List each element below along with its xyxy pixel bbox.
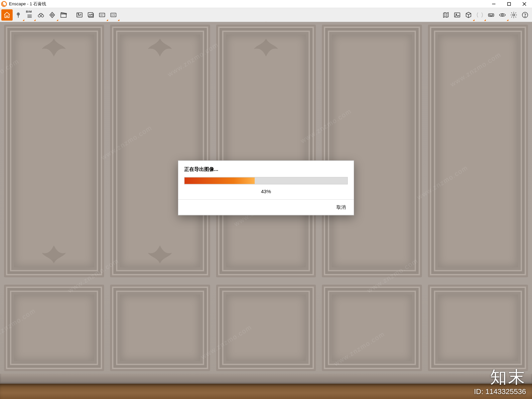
export-progress-dialog: 正在导出图像... 43% 取消 [178, 160, 354, 215]
wall-panel [4, 285, 104, 371]
render-viewport[interactable]: www.znzmo.com www.znzmo.com www.znzmo.co… [0, 22, 532, 399]
screenshot-icon[interactable] [74, 9, 85, 21]
dialog-title: 正在导出图像... [184, 166, 348, 172]
settings-icon[interactable] [508, 9, 519, 21]
svg-point-27 [501, 14, 503, 16]
batch-render-icon[interactable] [85, 9, 96, 21]
svg-point-11 [41, 15, 44, 17]
help-icon[interactable] [519, 9, 531, 21]
wall-panel [110, 25, 210, 277]
wall-panel [322, 25, 422, 277]
svg-point-10 [38, 15, 41, 17]
cancel-button[interactable]: 取消 [334, 203, 348, 211]
svg-rect-24 [488, 14, 494, 16]
close-button[interactable] [517, 0, 532, 8]
maximize-button[interactable] [501, 0, 517, 8]
svg-point-26 [492, 15, 493, 16]
floor [0, 384, 532, 399]
panorama-icon[interactable]: 360° [96, 9, 108, 21]
progress-fill [185, 177, 255, 184]
wall-panel [216, 285, 316, 371]
eye-icon[interactable] [497, 9, 508, 21]
progress-percent-label: 43% [184, 188, 348, 194]
exe-export-icon[interactable]: EXE [108, 9, 119, 21]
wall-panel [216, 25, 316, 277]
window-title: Enscape - 1 石膏线 [9, 1, 486, 7]
cube-icon[interactable] [463, 9, 474, 21]
svg-point-28 [513, 14, 515, 16]
pin-icon[interactable] [13, 9, 24, 21]
svg-point-30 [525, 16, 525, 17]
safe-frame-icon[interactable] [47, 9, 58, 21]
svg-point-25 [489, 15, 490, 16]
svg-point-15 [78, 13, 78, 14]
wall-panel [110, 285, 210, 371]
svg-point-6 [18, 13, 19, 14]
svg-point-12 [51, 14, 53, 16]
home-icon[interactable] [1, 9, 13, 21]
wall-panel [322, 285, 422, 371]
baseboard [0, 374, 532, 384]
progress-bar [184, 177, 348, 184]
wall-panel [428, 25, 528, 277]
map-icon[interactable] [440, 9, 452, 21]
wall-panel [4, 25, 104, 277]
section-icon[interactable] [474, 9, 485, 21]
titlebar: Enscape - 1 石膏线 [0, 0, 532, 8]
wall-panel [428, 285, 528, 371]
enscape-logo-icon [1, 1, 7, 7]
svg-text:EXE: EXE [111, 14, 115, 16]
svg-rect-2 [508, 2, 511, 5]
vr-icon[interactable] [485, 9, 497, 21]
asset-library-icon[interactable] [452, 9, 463, 21]
minimize-button[interactable] [486, 0, 501, 8]
toolbar: BIM 360° EXE [0, 8, 532, 22]
clapperboard-icon[interactable] [58, 9, 69, 21]
bim-mode-icon[interactable]: BIM [24, 9, 35, 21]
svg-rect-13 [61, 14, 66, 17]
svg-text:360°: 360° [100, 14, 104, 16]
binoculars-icon[interactable] [35, 9, 47, 21]
